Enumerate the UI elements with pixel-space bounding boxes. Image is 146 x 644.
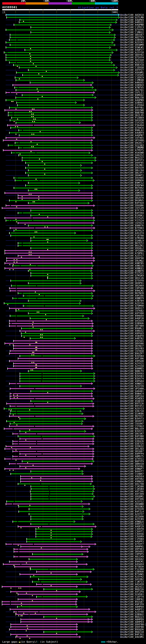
hit-label[interactable]: UniRef100_B4XGT7 [120,470,144,473]
hit-label[interactable]: UniRef100_C1EDC9 [120,76,144,79]
hit-bar[interactable] [3,140,91,141]
hit-bar[interactable] [30,318,88,319]
hit-bar[interactable] [19,67,116,68]
hit-bar[interactable] [19,511,83,512]
hit-bar[interactable] [14,611,94,612]
hit-bar[interactable] [15,77,77,78]
hit-bar[interactable] [19,135,91,136]
hit-label[interactable]: UniRef100_Q40481 [120,390,144,392]
hit-bar[interactable] [11,235,91,236]
hit-label[interactable]: UniRef100_A2SY18 [120,51,144,54]
hit-bar[interactable] [16,90,95,90]
hit-bar[interactable] [19,155,91,156]
hit-bar[interactable] [10,406,93,407]
hit-bar[interactable] [30,338,74,339]
hit-bar[interactable] [13,441,93,442]
hit-label[interactable]: UniRef100_A9NKX1 [120,267,144,270]
hit-label[interactable]: UniRef100_A4URF4 [120,132,144,134]
hit-bar[interactable] [18,594,76,595]
hit-label[interactable]: UniRef100_B3VV74 [120,378,144,380]
hit-label[interactable]: UniRef100_B4FXB0 [120,435,144,438]
hit-bar[interactable] [10,316,82,316]
hit-bar[interactable] [11,473,82,474]
hit-label[interactable]: UniRef100_Q39632 [120,445,144,448]
hit-bar[interactable] [20,431,84,432]
hit-bar[interactable] [9,326,92,326]
hit-bar[interactable] [19,22,116,23]
hit-bar[interactable] [31,210,91,211]
hit-bar[interactable] [30,491,92,492]
hit-label[interactable]: UniRef100_Q9SYW8 [120,109,144,112]
hit-bar[interactable] [37,596,86,597]
hit-bar[interactable] [13,433,93,434]
hit-label[interactable]: UniRef100_A5AEI0 [120,400,144,402]
hit-bar[interactable] [11,127,91,128]
hit-bar[interactable] [14,366,91,366]
hit-label[interactable]: UniRef100_A9PJF0 [120,603,144,606]
hit-label[interactable]: UniRef100_A9NRY9 [120,297,144,300]
hit-bar[interactable] [28,270,90,271]
hit-label[interactable]: UniRef100_B8BCF0 [120,370,144,372]
hit-bar[interactable] [14,188,91,188]
hit-label[interactable]: UniRef100_C1K5B4 [120,488,144,490]
hit-label[interactable]: UniRef100_A9PGU8 [120,360,144,362]
hit-label[interactable]: UniRef100_Q75VZ0 [120,508,144,510]
hit-label[interactable]: UniRef100_C5XW47 [120,473,144,475]
hit-bar[interactable] [21,481,92,482]
hit-label[interactable]: UniRef100_Q75VY4 [120,56,144,59]
hit-label[interactable]: UniRef100_Q01JQ3 [120,448,144,450]
hit-label[interactable]: UniRef100_Q8RVI8 [120,462,144,465]
hit-bar[interactable] [20,574,76,575]
hit-label[interactable]: UniRef100_B9HUE0 [120,314,144,317]
hit-label[interactable]: UniRef100_A5ASW8 [120,152,144,154]
hit-bar[interactable] [10,120,91,120]
hit-bar[interactable] [9,426,93,427]
hit-label[interactable]: UniRef100_B9RME5 [120,367,144,370]
hit-bar[interactable] [9,463,91,464]
hit-label[interactable]: UniRef100_C0PS08 [120,287,144,290]
hit-label[interactable]: UniRef100_A9T2F8 [120,590,144,593]
hit-label[interactable]: UniRef100_B9SQ36 [120,628,144,631]
hit-bar[interactable] [6,54,110,56]
hit-bar[interactable] [9,383,91,384]
hit-label[interactable]: UniRef100_A9PFP4 [120,452,144,455]
hit-label[interactable]: UniRef100_B7FH03 [120,227,144,229]
hit-bar[interactable] [13,521,74,522]
hit-label[interactable]: UniRef100_Q1WLW1 [120,46,144,49]
hit-label[interactable]: UniRef100_Q9XQB6 [120,204,144,207]
hit-label[interactable]: UniRef100_O24561 [120,593,144,596]
hit-bar[interactable] [28,182,78,184]
hit-label[interactable]: UniRef100_Q7XV11 [120,458,144,460]
hit-label[interactable]: UniRef100_Q9XF88 [120,626,144,628]
hit-bar[interactable] [36,534,91,534]
hit-bar[interactable] [9,360,91,362]
hit-bar[interactable] [5,448,93,449]
hit-bar[interactable] [6,92,93,93]
hit-label[interactable]: UniRef100_C1MKQ8 [120,79,144,81]
hit-label[interactable]: UniRef100_Q9LMB1 [120,164,144,166]
hit-bar[interactable] [14,346,91,346]
hit-label[interactable]: UniRef100_A9T3X6 [120,498,144,500]
hit-label[interactable]: UniRef100_A4QPN9 [120,99,144,102]
hit-bar[interactable] [11,280,80,281]
hit-label[interactable]: UniRef100_Q01667 [120,450,144,452]
hit-bar[interactable] [19,130,91,131]
hit-label[interactable]: UniRef100_B9RLX2 [120,129,144,132]
hit-bar[interactable] [28,70,113,70]
hit-bar[interactable] [6,57,110,58]
hit-bar[interactable] [5,263,91,264]
hit-label[interactable]: UniRef100_B4YYB1 [120,106,144,109]
hit-label[interactable]: UniRef100_P27521 [120,272,144,274]
hit-bar[interactable] [21,333,91,334]
hit-label[interactable]: UniRef100_A4RV22 [120,21,144,24]
hit-bar[interactable] [28,175,80,176]
hit-bar[interactable] [19,506,82,507]
hit-bar[interactable] [19,147,91,148]
hit-label[interactable]: UniRef100_Q9XF90 [120,257,144,260]
hit-bar[interactable] [29,508,89,510]
hit-bar[interactable] [37,571,90,572]
hit-bar[interactable] [20,454,93,454]
hit-bar[interactable] [2,586,76,587]
hit-bar[interactable] [31,494,92,494]
hit-label[interactable]: UniRef100_A8HPE8 [120,618,144,621]
